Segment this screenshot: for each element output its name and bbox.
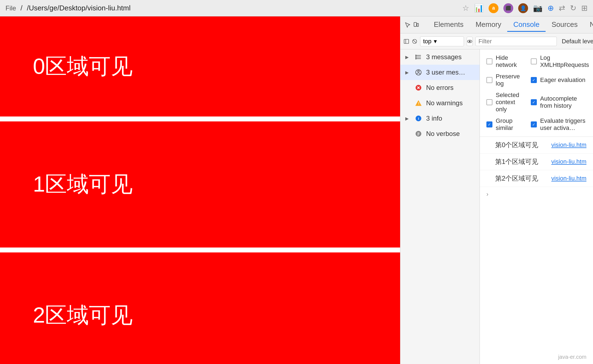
- setting-selected-context[interactable]: Selected context only: [486, 92, 520, 113]
- log-entry-1: 第1个区域可见 vision-liu.htm: [480, 153, 593, 170]
- console-toolbar: top ▾ Default levels ▾: [400, 33, 593, 49]
- entry-0-source[interactable]: vision-liu.htm: [551, 141, 586, 149]
- eager-eval-checkbox[interactable]: [531, 77, 537, 83]
- filter-user-messages[interactable]: ▶ 3 user mes…: [400, 65, 480, 80]
- path-separator: /: [21, 4, 22, 12]
- watermark: java-er.com: [558, 354, 586, 360]
- setting-eager-eval[interactable]: Eager evaluation: [531, 73, 589, 87]
- sidebar-toggle-icon[interactable]: [404, 36, 409, 46]
- expand-info-icon: ▶: [405, 116, 411, 121]
- list-icon: [415, 53, 422, 61]
- setting-log-xhr[interactable]: Log XMLHttpRequests: [531, 54, 589, 69]
- user-icon[interactable]: 👤: [518, 3, 528, 13]
- svg-point-12: [415, 57, 416, 58]
- filter-all-messages[interactable]: ▶ 3 messages: [400, 49, 480, 65]
- autocomplete-label: Autocomplete from history: [540, 95, 589, 109]
- camera-icon[interactable]: 📷: [533, 4, 543, 13]
- section-2: 2区域可见: [0, 252, 400, 364]
- devtools-panel: Elements Memory Console Sources Network …: [400, 16, 593, 364]
- tab-network[interactable]: Network: [584, 18, 593, 32]
- console-input[interactable]: [492, 191, 586, 198]
- selected-context-checkbox[interactable]: [486, 99, 492, 105]
- section-0: 0区域可见: [0, 16, 400, 116]
- entry-2-text: 第2个区域可见: [495, 174, 548, 183]
- selected-context-label: Selected context only: [496, 92, 520, 113]
- filter-info[interactable]: ▶ i 3 info: [400, 111, 480, 126]
- title-bar: File / /Users/ge/Desktop/vision-liu.html…: [0, 0, 593, 16]
- eye-icon[interactable]: [467, 37, 473, 46]
- setting-eval-triggers[interactable]: Evaluate triggers user activa…: [531, 117, 589, 132]
- info-icon: i: [415, 115, 422, 122]
- refresh-icon[interactable]: ↻: [570, 4, 576, 13]
- hide-network-checkbox[interactable]: [486, 58, 492, 64]
- context-dropdown-icon: ▾: [434, 38, 437, 45]
- svg-rect-2: [404, 39, 409, 43]
- tab-memory[interactable]: Memory: [469, 18, 507, 32]
- console-log-area: 第0个区域可见 vision-liu.htm 第1个区域可见 vision-li…: [480, 137, 593, 187]
- devtools-toolbar: Elements Memory Console Sources Network …: [400, 16, 593, 33]
- error-icon: [415, 84, 422, 92]
- svg-rect-23: [417, 133, 420, 133]
- svg-rect-1: [417, 23, 419, 26]
- filter-verbose[interactable]: ▶ No verbose: [400, 126, 480, 141]
- svg-text:i: i: [418, 116, 419, 121]
- grid-icon[interactable]: ⊞: [581, 4, 588, 13]
- log-xhr-checkbox[interactable]: [531, 58, 537, 64]
- setting-hide-network[interactable]: Hide network: [486, 54, 520, 69]
- entry-2-source[interactable]: vision-liu.htm: [551, 175, 586, 182]
- file-menu[interactable]: File: [5, 4, 16, 12]
- svg-point-15: [418, 70, 419, 72]
- group-similar-checkbox[interactable]: [486, 121, 492, 127]
- filter-messages-label: 3 messages: [426, 53, 475, 61]
- setting-autocomplete[interactable]: Autocomplete from history: [531, 92, 589, 113]
- console-body: ▶ 3 messages ▶: [400, 49, 593, 364]
- filter-input[interactable]: [475, 37, 557, 46]
- setting-group-similar[interactable]: Group similar: [486, 117, 520, 132]
- amazon-icon[interactable]: a: [489, 3, 498, 13]
- context-selector[interactable]: top ▾: [420, 36, 464, 46]
- setting-preserve-log[interactable]: Preserve log: [486, 73, 520, 87]
- tab-sources[interactable]: Sources: [546, 18, 584, 32]
- preserve-log-checkbox[interactable]: [486, 77, 492, 83]
- entry-1-text: 第1个区域可见: [495, 157, 548, 166]
- analytics-icon[interactable]: 📊: [474, 4, 484, 13]
- filter-user-label: 3 user mes…: [426, 69, 475, 76]
- svg-rect-25: [417, 135, 419, 135]
- prompt-arrow-icon: ›: [486, 191, 488, 198]
- ext1-icon[interactable]: ⬛: [503, 3, 513, 13]
- eval-triggers-checkbox[interactable]: [531, 121, 537, 127]
- default-levels-label: Default levels: [562, 38, 593, 45]
- autocomplete-checkbox[interactable]: [531, 99, 537, 105]
- expand-messages-icon: ▶: [405, 55, 411, 60]
- svg-line-5: [413, 40, 416, 43]
- webpage-preview: 0区域可见 1区域可见 2区域可见: [0, 16, 400, 364]
- entry-1-source[interactable]: vision-liu.htm: [551, 158, 586, 165]
- console-prompt-row: ›: [480, 187, 593, 202]
- clear-console-icon[interactable]: [412, 36, 417, 46]
- filter-warnings-label: No warnings: [426, 99, 475, 107]
- svg-text:!: !: [418, 101, 419, 106]
- chrome-icon[interactable]: ⊕: [548, 4, 554, 13]
- tab-elements[interactable]: Elements: [428, 18, 469, 32]
- section-1: 1区域可见: [0, 121, 400, 248]
- section-0-text: 0区域可见: [33, 52, 133, 81]
- filter-warnings[interactable]: ▶ ! No warnings: [400, 95, 480, 111]
- main-content: 0区域可见 1区域可见 2区域可见: [0, 16, 593, 364]
- filter-errors[interactable]: ▶ No errors: [400, 80, 480, 95]
- bookmark-icon[interactable]: ☆: [462, 4, 469, 13]
- tab-console[interactable]: Console: [507, 18, 545, 32]
- default-levels-button[interactable]: Default levels ▾: [560, 37, 593, 46]
- filter-info-label: 3 info: [426, 115, 475, 122]
- section-1-text: 1区域可见: [33, 170, 133, 199]
- expand-user-icon: ▶: [405, 70, 411, 75]
- user-circle-icon: [415, 69, 422, 76]
- ext2-icon[interactable]: ⇄: [559, 4, 565, 13]
- devtools-tabs: Elements Memory Console Sources Network …: [428, 18, 593, 32]
- log-entry-2: 第2个区域可见 vision-liu.htm: [480, 170, 593, 187]
- device-toolbar-icon[interactable]: [413, 20, 419, 30]
- log-xhr-label: Log XMLHttpRequests: [540, 54, 589, 69]
- file-path: /Users/ge/Desktop/vision-liu.html: [27, 4, 131, 12]
- warning-icon: !: [415, 99, 422, 107]
- inspect-icon[interactable]: [405, 20, 411, 30]
- filter-verbose-label: No verbose: [426, 130, 475, 138]
